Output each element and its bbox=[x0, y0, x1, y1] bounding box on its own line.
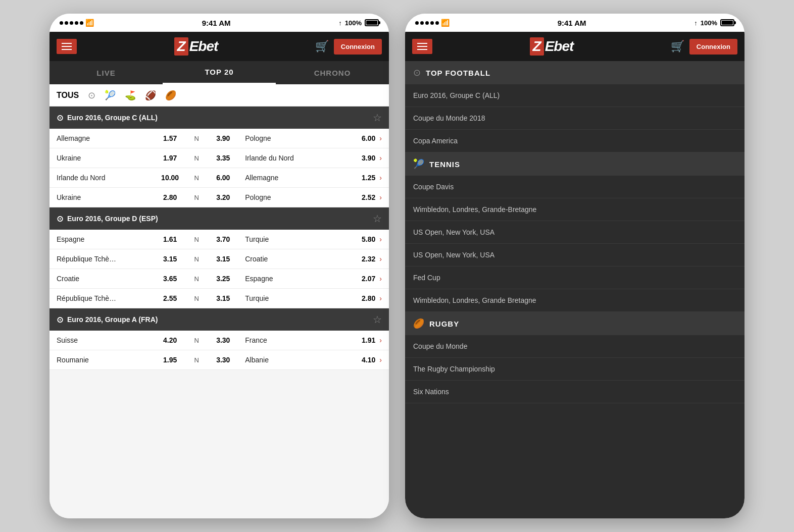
menu-section-football-title: TOP FOOTBALL bbox=[426, 69, 490, 77]
odds-away[interactable]: 2.52 bbox=[341, 193, 375, 201]
odds-draw[interactable]: 3.35 bbox=[206, 154, 240, 162]
chevron-right-icon[interactable]: › bbox=[379, 275, 382, 283]
list-item[interactable]: The Rugby Championship bbox=[405, 358, 745, 381]
odds-draw[interactable]: 3.90 bbox=[206, 134, 240, 142]
list-item[interactable]: Copa America bbox=[405, 130, 745, 152]
list-item[interactable]: Euro 2016, Groupe C (ALL) bbox=[405, 84, 745, 107]
filter-tous[interactable]: TOUS bbox=[57, 91, 79, 100]
odds-home[interactable]: 3.65 bbox=[153, 275, 187, 283]
chevron-right-icon[interactable]: › bbox=[379, 356, 382, 364]
odds-draw[interactable]: 3.30 bbox=[206, 336, 240, 344]
connexion-button-right[interactable]: Connexion bbox=[689, 39, 737, 55]
home-team: Allemagne bbox=[57, 134, 153, 142]
away-team: Espagne bbox=[240, 275, 341, 283]
odds-away[interactable]: 2.80 bbox=[341, 294, 375, 302]
away-team: Irlande du Nord bbox=[240, 154, 341, 162]
odds-draw[interactable]: 3.25 bbox=[206, 275, 240, 283]
odds-away[interactable]: 2.07 bbox=[341, 275, 375, 283]
n-label: N bbox=[187, 154, 206, 162]
menu-button-right[interactable] bbox=[412, 39, 432, 54]
header-right-right: 🛒 Connexion bbox=[671, 39, 737, 55]
location-icon-right: ↑ bbox=[694, 19, 698, 27]
odds-home[interactable]: 3.15 bbox=[153, 255, 187, 263]
chevron-right-icon[interactable]: › bbox=[379, 294, 382, 302]
odds-home[interactable]: 2.80 bbox=[153, 193, 187, 201]
home-team: République Tchè… bbox=[57, 255, 153, 263]
list-item[interactable]: Wimbledon, Londres, Grande Bretagne bbox=[405, 289, 745, 312]
list-item[interactable]: Coupe du Monde bbox=[405, 335, 745, 358]
home-team: République Tchè… bbox=[57, 294, 153, 302]
odds-home[interactable]: 1.95 bbox=[153, 356, 187, 364]
filter-football2-icon[interactable]: 🏈 bbox=[145, 90, 156, 101]
odds-home[interactable]: 1.61 bbox=[153, 235, 187, 243]
phone-left: 📶 9:41 AM ↑ 100% Z Ebet � bbox=[49, 14, 389, 518]
odds-draw[interactable]: 3.15 bbox=[206, 255, 240, 263]
list-item[interactable]: Wimbledon, Londres, Grande-Bretagne bbox=[405, 198, 745, 221]
odds-home[interactable]: 1.97 bbox=[153, 154, 187, 162]
list-item[interactable]: Six Nations bbox=[405, 381, 745, 403]
odds-home[interactable]: 10.00 bbox=[153, 174, 187, 182]
n-label: N bbox=[187, 135, 206, 142]
section-euro-d-star[interactable]: ☆ bbox=[373, 212, 382, 225]
signal-dots bbox=[60, 21, 83, 25]
filter-rugby-icon[interactable]: 🏉 bbox=[165, 90, 176, 101]
away-team: France bbox=[240, 336, 341, 344]
chevron-right-icon[interactable]: › bbox=[379, 336, 382, 344]
battery-percent-right: 100% bbox=[701, 19, 717, 27]
menu-button-left[interactable] bbox=[57, 39, 77, 54]
odds-draw[interactable]: 6.00 bbox=[206, 174, 240, 182]
odds-away[interactable]: 1.91 bbox=[341, 336, 375, 344]
chevron-right-icon[interactable]: › bbox=[379, 154, 382, 162]
list-item[interactable]: Fed Cup bbox=[405, 267, 745, 289]
odds-away[interactable]: 2.32 bbox=[341, 255, 375, 263]
phone-right: 📶 9:41 AM ↑ 100% Z Ebet � bbox=[405, 14, 745, 518]
chevron-right-icon[interactable]: › bbox=[379, 174, 382, 182]
odds-away[interactable]: 3.90 bbox=[341, 154, 375, 162]
filter-row: TOUS ⊙ 🎾 ⛳ 🏈 🏉 bbox=[49, 84, 389, 107]
table-row: Irlande du Nord 10.00 N 6.00 Allemagne 1… bbox=[49, 168, 389, 188]
chevron-right-icon[interactable]: › bbox=[379, 134, 382, 142]
section-euro-d-label: Euro 2016, Groupe D (ESP) bbox=[67, 215, 158, 223]
home-team: Ukraine bbox=[57, 193, 153, 201]
odds-away[interactable]: 5.80 bbox=[341, 235, 375, 243]
odds-away[interactable]: 6.00 bbox=[341, 134, 375, 142]
list-item[interactable]: Coupe Davis bbox=[405, 176, 745, 198]
filter-football-icon[interactable]: ⊙ bbox=[88, 90, 95, 101]
section-euro-c-star[interactable]: ☆ bbox=[373, 112, 382, 124]
n-label: N bbox=[187, 295, 206, 302]
odds-home[interactable]: 2.55 bbox=[153, 294, 187, 302]
chevron-right-icon[interactable]: › bbox=[379, 235, 382, 243]
odds-home[interactable]: 4.20 bbox=[153, 336, 187, 344]
time-right: 9:41 AM bbox=[558, 19, 586, 27]
app-header-right: Z Ebet 🛒 Connexion bbox=[405, 32, 745, 61]
list-item[interactable]: Coupe du Monde 2018 bbox=[405, 107, 745, 130]
basket-button-right[interactable]: 🛒 bbox=[671, 40, 684, 53]
tab-top20[interactable]: TOP 20 bbox=[163, 61, 276, 84]
chevron-right-icon[interactable]: › bbox=[379, 255, 382, 263]
section-euro-c-label: Euro 2016, Groupe C (ALL) bbox=[67, 114, 158, 122]
odds-draw[interactable]: 3.70 bbox=[206, 235, 240, 243]
connexion-button-left[interactable]: Connexion bbox=[334, 39, 382, 55]
odds-draw[interactable]: 3.20 bbox=[206, 193, 240, 201]
odds-away[interactable]: 1.25 bbox=[341, 174, 375, 182]
filter-tennis-icon[interactable]: 🎾 bbox=[105, 90, 116, 101]
away-team: Allemagne bbox=[240, 174, 341, 182]
home-team: Croatie bbox=[57, 275, 153, 283]
basket-button-left[interactable]: 🛒 bbox=[315, 40, 329, 53]
odds-away[interactable]: 4.10 bbox=[341, 356, 375, 364]
battery-icon-right bbox=[720, 19, 734, 26]
tab-chrono[interactable]: CHRONO bbox=[276, 61, 389, 84]
section-euro-a-star[interactable]: ☆ bbox=[373, 313, 382, 326]
menu-content: ⊙ TOP FOOTBALL Euro 2016, Groupe C (ALL)… bbox=[405, 61, 745, 518]
list-item[interactable]: US Open, New York, USA bbox=[405, 221, 745, 244]
n-label: N bbox=[187, 236, 206, 243]
odds-draw[interactable]: 3.15 bbox=[206, 294, 240, 302]
odds-draw[interactable]: 3.30 bbox=[206, 356, 240, 364]
list-item[interactable]: US Open, New York, USA bbox=[405, 244, 745, 267]
status-bar-right: 📶 9:41 AM ↑ 100% bbox=[405, 14, 745, 32]
filter-golf-icon[interactable]: ⛳ bbox=[125, 90, 136, 101]
odds-home[interactable]: 1.57 bbox=[153, 134, 187, 142]
tab-live[interactable]: LIVE bbox=[49, 61, 163, 84]
chevron-right-icon[interactable]: › bbox=[379, 193, 382, 201]
time-left: 9:41 AM bbox=[202, 19, 231, 27]
